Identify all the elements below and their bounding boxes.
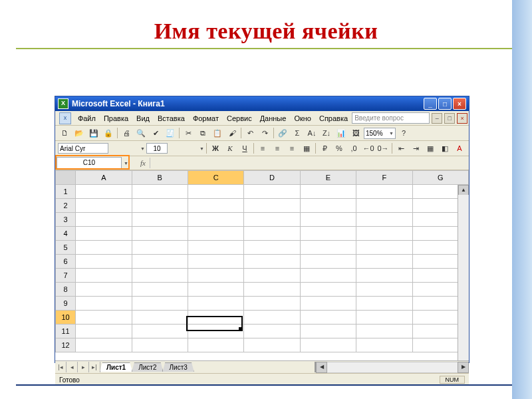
cell[interactable] (244, 338, 300, 352)
cell[interactable] (132, 185, 188, 199)
cell[interactable] (76, 227, 132, 241)
tab-nav-first[interactable]: |◂ (55, 362, 66, 372)
cell[interactable] (76, 297, 132, 311)
help-icon[interactable]: ? (397, 126, 410, 140)
spelling-icon[interactable]: ✔ (149, 126, 162, 140)
research-icon[interactable]: 🧾 (164, 126, 177, 140)
cell[interactable] (300, 283, 356, 297)
cell[interactable] (188, 297, 243, 311)
permissions-icon[interactable]: 🔒 (102, 126, 115, 140)
cell[interactable] (132, 338, 188, 352)
cell[interactable] (132, 213, 188, 227)
cell[interactable] (356, 227, 412, 241)
tab-nav-prev[interactable]: ◂ (66, 362, 78, 372)
cell[interactable] (76, 325, 132, 338)
workbook-close-button[interactable]: × (457, 113, 467, 124)
column-header[interactable]: A (76, 171, 132, 185)
cell[interactable] (300, 213, 356, 227)
menu-format[interactable]: Формат (189, 113, 223, 124)
font-size-combo[interactable] (146, 143, 168, 154)
cell[interactable] (76, 255, 132, 269)
cell[interactable] (356, 325, 412, 338)
new-icon[interactable]: 🗋 (58, 126, 71, 140)
cell[interactable] (300, 227, 356, 241)
comma-style-icon[interactable]: ,0 (347, 142, 360, 155)
cell[interactable] (76, 185, 132, 199)
cell[interactable] (132, 311, 188, 325)
row-header[interactable]: 7 (56, 269, 76, 283)
cell[interactable] (132, 297, 188, 311)
chart-wizard-icon[interactable]: 📊 (334, 126, 348, 140)
ask-a-question-input[interactable]: Введите вопрос (352, 112, 430, 124)
tab-nav-last[interactable]: ▸| (89, 362, 100, 372)
menu-window[interactable]: Окно (290, 113, 315, 124)
cell[interactable] (356, 185, 412, 199)
percent-icon[interactable]: % (332, 142, 346, 155)
row-header[interactable]: 9 (56, 297, 76, 311)
scroll-track[interactable] (327, 362, 458, 373)
menu-insert[interactable]: Вставка (154, 113, 189, 124)
sheet-tab[interactable]: Лист2 (132, 362, 163, 372)
decrease-indent-icon[interactable]: ⇤ (394, 142, 408, 155)
column-header[interactable]: C (188, 171, 243, 185)
workbook-restore-button[interactable]: □ (444, 113, 455, 124)
menu-data[interactable]: Данные (256, 113, 291, 124)
cell[interactable] (132, 199, 188, 213)
bold-button[interactable]: Ж (209, 142, 222, 155)
cell[interactable] (188, 325, 243, 338)
cell[interactable] (300, 297, 356, 311)
autosum-icon[interactable]: Σ (291, 126, 304, 140)
cell[interactable] (76, 241, 132, 255)
cell[interactable] (300, 199, 356, 213)
cell[interactable] (244, 213, 300, 227)
copy-icon[interactable]: ⧉ (196, 126, 209, 140)
cell[interactable] (188, 241, 243, 255)
increase-decimal-icon[interactable]: ←0 (362, 142, 375, 155)
chevron-down-icon[interactable]: ▼ (200, 146, 204, 151)
column-header[interactable]: G (412, 171, 468, 185)
cell[interactable] (188, 311, 243, 325)
align-right-icon[interactable]: ≡ (285, 142, 299, 155)
row-header[interactable]: 3 (56, 213, 76, 227)
row-header[interactable]: 12 (56, 338, 76, 352)
row-header[interactable]: 5 (56, 241, 76, 255)
format-painter-icon[interactable]: 🖌 (225, 126, 239, 140)
cell[interactable] (188, 199, 243, 213)
font-color-icon[interactable]: A (453, 142, 466, 155)
tab-nav-next[interactable]: ▸ (78, 362, 89, 372)
column-header[interactable]: F (356, 171, 412, 185)
cell[interactable] (356, 283, 412, 297)
print-icon[interactable]: 🖨 (120, 126, 133, 140)
row-header[interactable]: 2 (56, 199, 76, 213)
cell[interactable] (244, 255, 300, 269)
cell[interactable] (188, 213, 243, 227)
fill-color-icon[interactable]: ◧ (438, 142, 452, 155)
name-box-chevron-icon[interactable]: ▼ (124, 161, 128, 166)
cell[interactable] (76, 283, 132, 297)
menu-view[interactable]: Вид (132, 113, 154, 124)
cell[interactable] (188, 255, 243, 269)
cell[interactable] (188, 227, 243, 241)
cell[interactable] (76, 199, 132, 213)
print-preview-icon[interactable]: 🔍 (134, 126, 148, 140)
cell[interactable] (132, 255, 188, 269)
cell[interactable] (76, 213, 132, 227)
menu-help[interactable]: Справка (315, 113, 352, 124)
align-center-icon[interactable]: ≡ (271, 142, 284, 155)
close-button[interactable]: × (453, 98, 466, 110)
cell[interactable] (356, 311, 412, 325)
cell[interactable] (132, 269, 188, 283)
borders-icon[interactable]: ▦ (424, 142, 437, 155)
name-box[interactable]: C10 (57, 157, 122, 169)
cell[interactable] (356, 255, 412, 269)
sheet-tab[interactable]: Лист3 (162, 362, 194, 372)
cell[interactable] (300, 269, 356, 283)
cell[interactable] (244, 311, 300, 325)
cell[interactable] (356, 241, 412, 255)
cell[interactable] (188, 185, 243, 199)
cell[interactable] (300, 255, 356, 269)
cell[interactable] (244, 283, 300, 297)
cell[interactable] (244, 241, 300, 255)
scroll-right-button[interactable]: ▶ (458, 362, 469, 373)
cell[interactable] (244, 269, 300, 283)
